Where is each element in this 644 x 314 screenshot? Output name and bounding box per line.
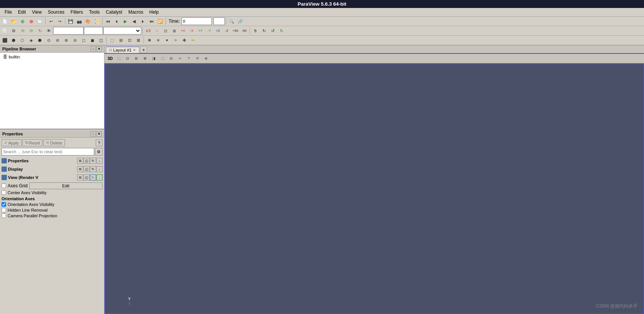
tb3-btn17[interactable]: ❋ [145, 36, 153, 44]
axes-grid-edit-button[interactable]: Edit [29, 182, 103, 189]
view-icon-restore[interactable]: ◱ [84, 174, 90, 181]
menu-help[interactable]: Help [146, 9, 162, 16]
tb2-btn1[interactable]: ⬜ [1, 27, 9, 35]
datasource-button[interactable]: 🕐 [36, 17, 44, 25]
next-frame-button[interactable]: ⏵ [139, 17, 147, 25]
layout-tab-close[interactable]: ✕ [133, 48, 136, 52]
tb3-btn19[interactable]: ✦ [163, 36, 171, 44]
display-section-toggle[interactable] [2, 166, 7, 172]
properties-section-toggle[interactable] [2, 158, 7, 163]
axis-y-neg[interactable]: -Y [205, 27, 213, 35]
time-input[interactable] [182, 17, 212, 25]
vt-btn3[interactable]: ⊞ [132, 54, 140, 63]
undo-button[interactable]: ↩ [47, 17, 55, 25]
disp-icon-down[interactable]: ↓ [96, 166, 103, 172]
vt-btn1[interactable]: ⬚ [115, 54, 123, 63]
play-button[interactable]: ▶ [121, 17, 129, 25]
view-icon-copy[interactable]: ⧉ [77, 174, 83, 181]
axis-x-neg[interactable]: -X [188, 27, 196, 35]
save-state-button[interactable]: 💾 [66, 17, 75, 25]
tb2-btn3[interactable]: ⟲ [18, 27, 27, 35]
reset-button[interactable]: ↻ Reset [22, 139, 43, 146]
viewport[interactable]: Y ↑ CSDN @源代码杀手 [104, 63, 644, 314]
axes-grid-checkbox[interactable] [2, 184, 6, 188]
tb3-btn20[interactable]: ✧ [171, 36, 180, 44]
new-file-button[interactable]: 📄 [1, 17, 9, 25]
color-array-input[interactable] [84, 27, 103, 35]
save-screenshot-button[interactable]: 📷 [75, 17, 84, 25]
open-file-button[interactable]: 📂 [9, 17, 18, 25]
tb3-btn9[interactable]: ⊝ [71, 36, 79, 44]
render-button[interactable]: ↻ [260, 27, 268, 35]
vt-btn7[interactable]: ⊟ [167, 54, 175, 63]
tb3-btn2[interactable]: ⬟ [9, 36, 18, 44]
tb2-btn6[interactable]: 👁 [44, 27, 53, 35]
reset-camera-dots[interactable]: ⁘ [153, 27, 161, 35]
reset-camera-x[interactable]: ✕X [144, 27, 152, 35]
tb3-btn7[interactable]: ⊘ [53, 36, 62, 44]
tb2-btn4[interactable]: ⟳ [27, 27, 35, 35]
properties-toggle[interactable]: □ [90, 131, 96, 137]
prop-icon-down[interactable]: ↓ [96, 158, 103, 164]
select-surface[interactable]: 🖱 [251, 27, 259, 35]
colormap-select[interactable] [103, 27, 141, 35]
last-frame-button[interactable]: ⏭ [147, 17, 156, 25]
menu-tools[interactable]: Tools [86, 9, 103, 16]
menu-file[interactable]: File [2, 9, 15, 16]
tb2-btn5[interactable]: ↻ [36, 27, 44, 35]
center-axes-checkbox[interactable] [2, 190, 6, 195]
view-icon-refresh[interactable]: ↻ [90, 174, 96, 181]
tb3-btn6[interactable]: ⊙ [44, 36, 53, 44]
vt-btn10[interactable]: ↺ [193, 54, 202, 63]
tb3-btn5[interactable]: ⬢ [36, 36, 44, 44]
menu-view[interactable]: View [29, 9, 45, 16]
first-frame-button[interactable]: ⏮ [104, 17, 112, 25]
time-step-input[interactable] [213, 17, 225, 25]
vt-btn4[interactable]: ⊠ [141, 54, 149, 63]
color-button[interactable]: 🎨 [84, 17, 92, 25]
tb3-btn16[interactable]: ⊠ [134, 36, 142, 44]
tb3-btn13[interactable]: ⬚ [108, 36, 116, 44]
vt-btn9[interactable]: ? [185, 54, 193, 63]
camera-link-button[interactable]: 🔗 [236, 17, 245, 25]
tb3-btn22[interactable]: ✏ [189, 36, 197, 44]
delete-button[interactable]: ✕ Delete [43, 139, 65, 146]
prop-icon-refresh[interactable]: ↻ [90, 158, 96, 164]
disconnect-button[interactable]: ⊗ [27, 17, 35, 25]
tb3-btn18[interactable]: ✳ [154, 36, 162, 44]
zoom-box[interactable]: ⊡ [161, 27, 170, 35]
play-reverse-button[interactable]: ◀ [130, 17, 138, 25]
vt-btn11[interactable]: ⊕ [202, 54, 210, 63]
axis-y-pos[interactable]: +Y [196, 27, 205, 35]
properties-search[interactable] [2, 148, 94, 155]
layout-tab[interactable]: □ Layout #1 ✕ [106, 47, 139, 53]
vt-btn6[interactable]: ⬚ [158, 54, 167, 63]
tb3-btn3[interactable]: ⬡ [18, 36, 27, 44]
tb3-btn14[interactable]: ⊞ [117, 36, 125, 44]
disp-icon-copy[interactable]: ⧉ [77, 166, 83, 172]
apply-button[interactable]: ✓ Apply [2, 139, 22, 146]
loop-button[interactable]: 🔁 [156, 17, 164, 25]
properties-close[interactable]: ✕ [96, 131, 102, 137]
orientation-axes-checkbox[interactable] [2, 202, 6, 207]
prop-icon-restore[interactable]: ◱ [84, 158, 90, 164]
vt-btn8[interactable]: ∿ [176, 54, 184, 63]
vt-btn5[interactable]: ◨ [150, 54, 158, 63]
menu-filters[interactable]: Filters [68, 9, 86, 16]
disp-icon-restore[interactable]: ◱ [84, 166, 90, 172]
axis-z-pos[interactable]: +Z [214, 27, 222, 35]
representation-input[interactable] [53, 27, 84, 35]
pipeline-browser-toggle1[interactable]: □ [90, 46, 96, 52]
tb3-btn12[interactable]: ◫ [97, 36, 105, 44]
menu-catalyst[interactable]: Catalyst [103, 9, 125, 16]
script-button[interactable]: 📜 [93, 17, 101, 25]
pipeline-browser-close[interactable]: ✕ [96, 46, 102, 52]
tb3-btn4[interactable]: ◈ [27, 36, 35, 44]
hidden-line-checkbox[interactable] [2, 208, 6, 212]
axis-z-neg[interactable]: -Z [223, 27, 231, 35]
rotate-p90[interactable]: +90 [231, 27, 240, 35]
view-icon-down[interactable]: ↓ [96, 174, 103, 181]
rotate-m90[interactable]: -90 [240, 27, 248, 35]
prop-icon-copy[interactable]: ⧉ [77, 158, 83, 164]
tb3-btn11[interactable]: ◼ [88, 36, 96, 44]
